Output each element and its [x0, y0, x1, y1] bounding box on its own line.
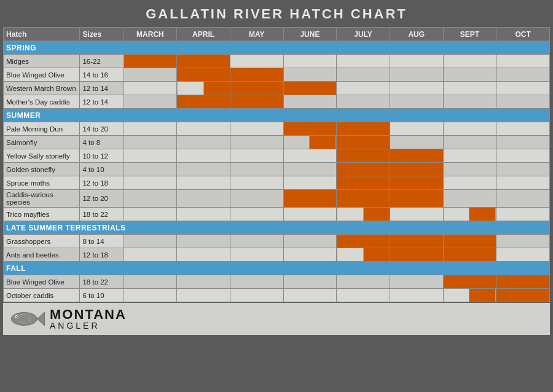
month-cell — [337, 82, 390, 95]
month-cell — [496, 208, 550, 221]
month-cell — [124, 163, 177, 176]
month-cell — [283, 208, 337, 221]
month-cell — [337, 136, 390, 149]
month-cell — [337, 289, 390, 302]
month-cell — [283, 136, 337, 149]
month-cell — [124, 136, 177, 149]
month-cell — [390, 95, 443, 109]
month-cell — [443, 95, 496, 109]
month-cell — [496, 176, 550, 190]
month-cell — [390, 176, 443, 190]
hatch-chart-table: Hatch Sizes MARCH APRIL MAY JUNE JULY AU… — [3, 27, 550, 302]
month-cell — [230, 163, 283, 176]
month-cell — [443, 190, 496, 208]
fish-icon — [8, 307, 45, 331]
page-title: GALLATIN RIVER HATCH CHART — [3, 6, 550, 22]
month-cell — [177, 190, 230, 208]
month-cell — [283, 82, 337, 95]
section-fall: FALL — [4, 262, 550, 275]
col-sizes: Sizes — [80, 28, 124, 41]
month-cell — [283, 235, 337, 248]
row-sizes: 12 to 18 — [80, 248, 124, 262]
row-sizes: 4 to 8 — [80, 136, 124, 149]
row-hatch-name: Salmonfly — [4, 136, 80, 149]
month-cell — [496, 248, 550, 262]
month-cell — [283, 149, 337, 163]
footer-montana: MONTANA — [50, 308, 127, 321]
row-sizes: 6 to 10 — [80, 289, 124, 302]
row-hatch-name: Pale Morning Dun — [4, 122, 80, 136]
month-cell — [230, 149, 283, 163]
month-cell — [177, 136, 230, 149]
month-cell — [390, 136, 443, 149]
col-oct: OCT — [496, 28, 550, 41]
month-cell — [230, 68, 283, 82]
table-row: Salmonfly4 to 8 — [4, 136, 550, 149]
svg-point-3 — [15, 316, 17, 317]
month-cell — [177, 176, 230, 190]
row-sizes: 16-22 — [80, 55, 124, 68]
row-hatch-name: October caddis — [4, 289, 80, 302]
table-row: Mother's Day caddis12 to 14 — [4, 95, 550, 109]
svg-point-0 — [11, 313, 37, 326]
table-row: Blue Winged Olive18 to 22 — [4, 275, 550, 289]
month-cell — [390, 235, 443, 248]
row-hatch-name: Blue Winged Olive — [4, 68, 80, 82]
month-cell — [124, 68, 177, 82]
month-cell — [124, 55, 177, 68]
month-cell — [283, 68, 337, 82]
table-row: Yellow Sally stonefly10 to 12 — [4, 149, 550, 163]
month-cell — [177, 122, 230, 136]
row-hatch-name: Midges — [4, 55, 80, 68]
month-cell — [177, 68, 230, 82]
section-summer: SUMMER — [4, 109, 550, 122]
table-row: Golden stonefly4 to 10 — [4, 163, 550, 176]
month-cell — [443, 163, 496, 176]
row-hatch-name: Yellow Sally stonefly — [4, 149, 80, 163]
month-cell — [177, 82, 230, 95]
section-spring: SPRING — [4, 41, 550, 55]
month-cell — [390, 208, 443, 221]
col-may: MAY — [230, 28, 283, 41]
month-cell — [177, 95, 230, 109]
month-cell — [230, 95, 283, 109]
month-cell — [124, 82, 177, 95]
month-cell — [443, 136, 496, 149]
row-sizes: 10 to 12 — [80, 149, 124, 163]
table-row: Blue Winged Olive14 to 16 — [4, 68, 550, 82]
month-cell — [390, 248, 443, 262]
row-hatch-name: Blue Winged Olive — [4, 275, 80, 289]
month-cell — [230, 136, 283, 149]
month-cell — [390, 289, 443, 302]
col-sept: SEPT — [443, 28, 496, 41]
month-cell — [337, 68, 390, 82]
month-cell — [230, 275, 283, 289]
month-cell — [124, 248, 177, 262]
month-cell — [283, 275, 337, 289]
month-cell — [124, 235, 177, 248]
month-cell — [496, 275, 550, 289]
row-sizes: 18 to 22 — [80, 275, 124, 289]
table-row: Western March Brown12 to 14 — [4, 82, 550, 95]
footer: MONTANA ANGLER — [3, 303, 550, 335]
row-hatch-name: Golden stonefly — [4, 163, 80, 176]
month-cell — [443, 122, 496, 136]
month-cell — [337, 248, 390, 262]
month-cell — [230, 122, 283, 136]
month-cell — [337, 190, 390, 208]
month-cell — [390, 122, 443, 136]
month-cell — [496, 68, 550, 82]
month-cell — [230, 82, 283, 95]
row-hatch-name: Western March Brown — [4, 82, 80, 95]
month-cell — [496, 190, 550, 208]
month-cell — [443, 176, 496, 190]
row-hatch-name: Grasshoppers — [4, 235, 80, 248]
table-row: Caddis-various species12 to 20 — [4, 190, 550, 208]
month-cell — [390, 149, 443, 163]
month-cell — [443, 55, 496, 68]
month-cell — [337, 122, 390, 136]
month-cell — [390, 190, 443, 208]
month-cell — [230, 176, 283, 190]
month-cell — [443, 275, 496, 289]
month-cell — [177, 235, 230, 248]
